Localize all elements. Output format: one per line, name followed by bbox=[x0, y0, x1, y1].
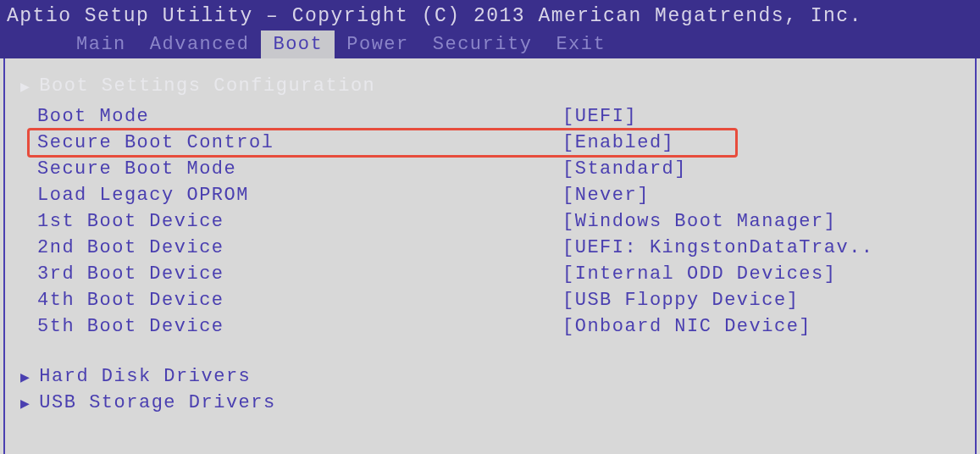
submenu-usb-storage-drivers[interactable]: ▶ USB Storage Drivers bbox=[5, 390, 975, 416]
setting-3rd-boot-device[interactable]: 3rd Boot Device [Internal ODD Devices] bbox=[5, 261, 975, 287]
bios-header: Aptio Setup Utility – Copyright (C) 2013… bbox=[0, 0, 980, 58]
spacer bbox=[5, 340, 975, 363]
submenu-hard-disk-drivers[interactable]: ▶ Hard Disk Drivers bbox=[5, 363, 975, 390]
setting-value: [UEFI] bbox=[562, 106, 960, 127]
setting-value: [Standard] bbox=[562, 158, 960, 180]
menu-boot[interactable]: Boot bbox=[261, 30, 335, 58]
menu-main[interactable]: Main bbox=[64, 30, 138, 58]
setting-label: 4th Boot Device bbox=[37, 290, 562, 311]
setting-label: Boot Mode bbox=[37, 106, 562, 127]
submenu-label: USB Storage Drivers bbox=[39, 392, 275, 413]
setting-value: [Internal ODD Devices] bbox=[562, 263, 960, 285]
setting-label: 3rd Boot Device bbox=[37, 263, 562, 285]
setting-1st-boot-device[interactable]: 1st Boot Device [Windows Boot Manager] bbox=[5, 208, 975, 235]
setting-boot-mode[interactable]: Boot Mode [UEFI] bbox=[5, 103, 975, 130]
menu-advanced[interactable]: Advanced bbox=[138, 30, 262, 58]
setting-5th-boot-device[interactable]: 5th Boot Device [Onboard NIC Device] bbox=[5, 313, 975, 340]
setting-label: 5th Boot Device bbox=[37, 316, 562, 337]
section-header: ▶ Boot Settings Configuration bbox=[5, 74, 975, 98]
setting-value: [Windows Boot Manager] bbox=[562, 211, 960, 232]
content-area: ▶ Boot Settings Configuration Boot Mode … bbox=[3, 58, 977, 454]
submenu-arrow-icon: ▶ bbox=[20, 368, 30, 386]
setting-value: [Never] bbox=[562, 185, 960, 206]
setting-load-legacy-oprom[interactable]: Load Legacy OPROM [Never] bbox=[5, 182, 975, 208]
setting-value: [Onboard NIC Device] bbox=[562, 316, 960, 337]
setting-label: Load Legacy OPROM bbox=[37, 185, 562, 206]
setting-4th-boot-device[interactable]: 4th Boot Device [USB Floppy Device] bbox=[5, 287, 975, 313]
submenu-label: Hard Disk Drivers bbox=[39, 366, 251, 387]
bios-title: Aptio Setup Utility – Copyright (C) 2013… bbox=[7, 5, 973, 30]
setting-value: [Enabled] bbox=[562, 132, 960, 153]
menu-bar: Main Advanced Boot Power Security Exit bbox=[7, 30, 973, 58]
menu-security[interactable]: Security bbox=[421, 30, 545, 58]
section-arrow-icon: ▶ bbox=[20, 77, 30, 96]
menu-exit[interactable]: Exit bbox=[544, 30, 617, 58]
setting-value: [USB Floppy Device] bbox=[562, 290, 960, 311]
setting-secure-boot-control[interactable]: Secure Boot Control [Enabled] bbox=[5, 130, 975, 156]
menu-power[interactable]: Power bbox=[335, 30, 421, 58]
setting-value: [UEFI: KingstonDataTrav.. bbox=[562, 237, 960, 258]
setting-secure-boot-mode[interactable]: Secure Boot Mode [Standard] bbox=[5, 156, 975, 182]
submenu-arrow-icon: ▶ bbox=[20, 394, 30, 412]
setting-label: Secure Boot Mode bbox=[37, 158, 562, 180]
section-title: Boot Settings Configuration bbox=[39, 75, 375, 97]
setting-label: 2nd Boot Device bbox=[37, 237, 562, 258]
setting-2nd-boot-device[interactable]: 2nd Boot Device [UEFI: KingstonDataTrav.… bbox=[5, 235, 975, 261]
setting-label: Secure Boot Control bbox=[37, 132, 562, 153]
setting-label: 1st Boot Device bbox=[37, 211, 562, 232]
